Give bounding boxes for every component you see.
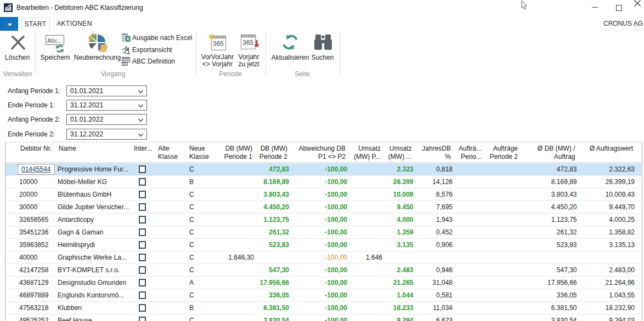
period2-start-combobox[interactable]: 01.01.2022 xyxy=(66,114,147,125)
cell-umsatz_p2[interactable] xyxy=(384,251,415,263)
cell-interessant[interactable] xyxy=(131,264,154,276)
table-row[interactable]: 46897889Englunds Kontorsmö...C336,05-100… xyxy=(5,289,641,302)
column-header-auftraege_p2[interactable]: AufträgePeriode 2 xyxy=(485,142,521,162)
column-header-avg_auftragswert[interactable]: Ø Auftragswert xyxy=(579,142,637,162)
cell-db_p2[interactable]: 3.830,54 xyxy=(256,314,291,321)
checkbox-unchecked[interactable] xyxy=(139,178,146,186)
cell-auftraege_p2[interactable] xyxy=(485,176,521,188)
cell-jahresdb[interactable]: 0,906 xyxy=(415,239,455,251)
minimize-button[interactable] xyxy=(587,0,606,15)
cell-db_p1[interactable] xyxy=(216,188,256,200)
checkbox-unchecked[interactable] xyxy=(139,228,146,236)
cell-avg_db[interactable]: 4.450,20 xyxy=(521,201,579,213)
cell-umsatz_p1[interactable] xyxy=(349,163,384,175)
cell-db_p1[interactable] xyxy=(216,264,256,276)
cell-umsatz_p1[interactable] xyxy=(349,176,384,188)
column-header-auftraege_p1[interactable]: Aufträ...Perio... xyxy=(454,142,485,162)
cell-interessant[interactable] xyxy=(131,239,154,251)
cell-interessant[interactable] xyxy=(131,289,154,301)
column-header-db_p2[interactable]: DB (MW)Periode 2 xyxy=(256,142,291,162)
cell-interessant[interactable] xyxy=(131,277,154,289)
cell-debitor[interactable]: 32656565 xyxy=(17,214,55,226)
cell-debitor[interactable]: 47563218 xyxy=(17,302,55,314)
table-row[interactable]: 32656565AntarcticopyC1.123,75-100,004.00… xyxy=(5,214,641,226)
cell-name[interactable]: Gilde Jupiter Versicher... xyxy=(55,201,131,213)
cell-avg_auftragswert[interactable]: 26.399,19 xyxy=(579,176,637,188)
cell-db_p1[interactable] xyxy=(216,302,256,314)
cell-name[interactable]: Designstudio Gmunden xyxy=(55,277,131,289)
cell-db_p2[interactable]: 6.381,50 xyxy=(256,302,291,314)
cell-jahresdb[interactable]: 0,452 xyxy=(415,226,455,238)
cell-auftraege_p1[interactable] xyxy=(454,214,485,226)
cell-debitor[interactable]: 40000 xyxy=(17,251,55,263)
cell-jahresdb[interactable]: 6,623 xyxy=(415,314,455,321)
tab-start[interactable]: START xyxy=(21,18,50,30)
tab-aktionen[interactable]: AKTIONEN xyxy=(54,18,95,30)
cell-alte_klasse[interactable] xyxy=(154,163,185,175)
cell-db_p2[interactable]: 547,30 xyxy=(256,264,291,276)
cell-auftraege_p2[interactable] xyxy=(485,264,521,276)
cell-avg_auftragswert[interactable] xyxy=(579,251,637,263)
cell-alte_klasse[interactable] xyxy=(154,251,185,263)
debitor-link[interactable]: 01445544 xyxy=(21,165,50,173)
cell-db_p1[interactable] xyxy=(216,214,256,226)
cell-auftraege_p1[interactable] xyxy=(454,251,485,263)
cell-auftraege_p2[interactable] xyxy=(485,289,521,301)
cell-auftraege_p1[interactable] xyxy=(454,264,485,276)
table-row[interactable]: 35963852HeimilisprydiC523,83-100,003.135… xyxy=(5,239,641,251)
cell-debitor[interactable]: 30000 xyxy=(17,201,55,213)
cell-abweichung[interactable]: -100,00 xyxy=(291,239,349,251)
cell-jahresdb[interactable] xyxy=(415,251,455,263)
cell-auftraege_p1[interactable] xyxy=(454,188,485,200)
cell-name[interactable]: Antarcticopy xyxy=(55,214,131,226)
cell-alte_klasse[interactable] xyxy=(154,264,185,276)
table-row[interactable]: 40000Graphische Werke La...C1.646,30-100… xyxy=(5,251,641,264)
cell-avg_db[interactable]: 3.830,54 xyxy=(521,314,579,321)
cell-avg_auftragswert[interactable]: 9.294,03 xyxy=(579,314,637,321)
cell-neue_klasse[interactable]: B xyxy=(185,302,216,314)
column-header-alte_klasse[interactable]: AlteKlasse xyxy=(154,142,185,162)
checkbox-unchecked[interactable] xyxy=(139,291,146,299)
cell-avg_auftragswert[interactable]: 1.358,82 xyxy=(579,226,637,238)
column-header-umsatz_p1[interactable]: Umsatz(MW) P... xyxy=(349,142,384,162)
cell-avg_auftragswert[interactable]: 1.043,55 xyxy=(579,289,637,301)
period1-end-combobox[interactable]: 31.12.2021 xyxy=(66,100,147,111)
cell-jahresdb[interactable]: 6,576 xyxy=(415,188,455,200)
cell-umsatz_p1[interactable] xyxy=(349,289,384,301)
close-button[interactable] xyxy=(634,0,644,15)
cell-auftraege_p1[interactable] xyxy=(454,226,485,238)
cell-alte_klasse[interactable] xyxy=(154,314,185,321)
cell-interessant[interactable] xyxy=(131,188,154,200)
cell-abweichung[interactable]: -100,00 xyxy=(291,277,349,289)
cell-alte_klasse[interactable] xyxy=(154,239,185,251)
cell-auftraege_p2[interactable] xyxy=(485,277,521,289)
cell-auftraege_p1[interactable] xyxy=(454,277,485,289)
cell-debitor[interactable]: 20000 xyxy=(17,188,55,200)
checkbox-unchecked[interactable] xyxy=(139,203,146,211)
cell-neue_klasse[interactable]: C xyxy=(185,314,216,321)
cell-auftraege_p2[interactable] xyxy=(485,251,521,263)
cell-umsatz_p2[interactable]: 10.009 xyxy=(384,188,415,200)
maximize-button[interactable] xyxy=(609,0,628,15)
cell-debitor[interactable]: 10000 xyxy=(17,176,55,188)
cell-abweichung[interactable]: -100,00 xyxy=(291,226,349,238)
cell-auftraege_p1[interactable] xyxy=(454,163,485,175)
checkbox-unchecked[interactable] xyxy=(139,317,146,321)
cell-name[interactable]: Gagn & Gaman xyxy=(55,226,131,238)
cell-jahresdb[interactable]: 1,943 xyxy=(415,214,455,226)
cell-jahresdb[interactable]: 0,946 xyxy=(415,264,455,276)
checkbox-unchecked[interactable] xyxy=(139,266,146,274)
cell-alte_klasse[interactable] xyxy=(154,188,185,200)
cell-db_p1[interactable] xyxy=(216,314,256,321)
cell-debitor[interactable]: 43687129 xyxy=(17,277,55,289)
cell-auftraege_p1[interactable] xyxy=(454,201,485,213)
cell-neue_klasse[interactable]: C xyxy=(185,214,216,226)
cell-abweichung[interactable]: -100,00 xyxy=(291,314,349,321)
cell-auftraege_p2[interactable] xyxy=(485,226,521,238)
cell-umsatz_p2[interactable]: 2.483 xyxy=(384,264,415,276)
table-row[interactable]: 47563218KlubbenB6.381,50-100,0018.23311,… xyxy=(5,302,641,314)
cell-avg_auftragswert[interactable]: 2.322,63 xyxy=(579,163,637,175)
cell-umsatz_p2[interactable]: 9.294 xyxy=(384,314,415,321)
cell-avg_db[interactable]: 261,32 xyxy=(521,226,579,238)
cell-jahresdb[interactable]: 11,034 xyxy=(415,302,455,314)
